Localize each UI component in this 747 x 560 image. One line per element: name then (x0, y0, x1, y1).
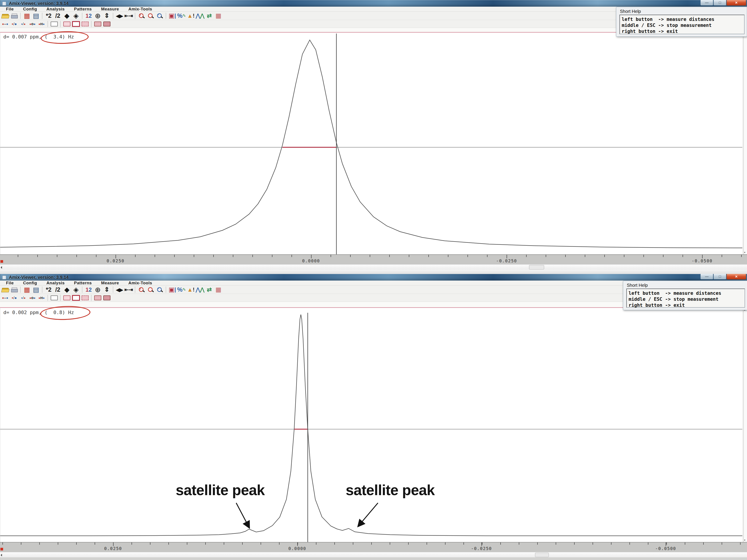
split-region-icon[interactable] (81, 294, 89, 301)
minimize-button[interactable]: — (700, 0, 713, 5)
maximize-button[interactable]: □ (714, 274, 726, 279)
compare-spectra-icon[interactable]: ⇄ (205, 286, 213, 293)
peak-picking-icon[interactable]: ⋀⋀ (196, 12, 204, 19)
zoom-in-icon[interactable]: + (137, 286, 146, 293)
spectra-overview-icon[interactable]: ▦ (23, 286, 31, 293)
short-help-window-2[interactable]: Short Help left button -> measure distan… (623, 281, 747, 310)
zoom-out-icon[interactable]: − (156, 12, 164, 19)
expand-region-icon[interactable] (63, 21, 71, 28)
integral-icon[interactable]: ▲! (187, 12, 195, 19)
expand-vertical-icon[interactable]: ◆ (63, 12, 71, 19)
horizontal-scrollbar[interactable] (0, 264, 747, 270)
zoom-out-icon[interactable]: − (156, 286, 164, 293)
scale-12-icon[interactable]: 12 (84, 12, 93, 19)
divide-2-button[interactable]: /2 (54, 12, 62, 19)
integral-icon[interactable]: ▲! (187, 286, 195, 293)
spectra-overview-icon[interactable]: ▦ (23, 12, 31, 19)
scale-12-icon[interactable]: 12 (84, 286, 93, 293)
divide-2-button[interactable]: /2 (54, 286, 62, 293)
prev-next-icon[interactable]: ◀▶ (115, 12, 124, 19)
fit-vertical-icon[interactable]: ◈ (72, 286, 80, 293)
expand-vertical-icon[interactable]: ◆ (63, 286, 71, 293)
titlebar[interactable]: Amix-Viewer, version: 3.9.14 — □ × (0, 0, 747, 7)
structure-assign-icon[interactable]: ●/● (19, 21, 28, 28)
titlebar[interactable]: Amix-Viewer, version: 3.9.14 — □ × (0, 274, 747, 281)
zoom-region-red-icon[interactable] (72, 294, 80, 301)
multiply-2-button[interactable]: *2 (45, 12, 53, 19)
vertical-scrollbar[interactable]: ▴ ▾ (743, 308, 747, 542)
menu-amix-tools[interactable]: Amix-Tools (124, 7, 157, 11)
fit-vertical-icon[interactable]: ◈ (72, 12, 80, 19)
scrollbar-thumb[interactable] (529, 265, 544, 269)
data-table-icon[interactable]: ▤ (32, 12, 40, 19)
report-grid-icon[interactable]: ▦ (214, 12, 223, 19)
molecule-bond-icon[interactable]: ●/● (10, 294, 19, 301)
horizontal-scrollbar[interactable] (0, 552, 747, 558)
open-file-icon[interactable] (1, 286, 9, 293)
scroll-left-icon[interactable] (1, 266, 2, 269)
spectrum-plot-1[interactable]: d= 0.007 ppm, ( 3.4) Hz (0, 32, 742, 255)
close-button[interactable]: × (726, 274, 746, 279)
first-last-icon[interactable]: ⇤⇥ (124, 12, 133, 19)
atoms-h-icon[interactable]: ●H● (37, 21, 46, 28)
fit-height-icon[interactable]: ⇕ (103, 12, 111, 19)
pan-icon[interactable]: ⊕ (94, 12, 102, 19)
menu-config[interactable]: Config (19, 7, 42, 11)
zoom-region-icon[interactable] (147, 286, 155, 293)
expand-region-icon[interactable] (63, 294, 71, 301)
menu-amix-tools[interactable]: Amix-Tools (124, 281, 157, 286)
region-box-icon[interactable] (50, 21, 58, 28)
scroll-left-icon[interactable] (1, 554, 2, 556)
close-button[interactable]: × (726, 0, 746, 5)
menu-measure[interactable]: Measure (97, 281, 124, 286)
menu-measure[interactable]: Measure (97, 7, 124, 11)
menu-patterns[interactable]: Patterns (69, 7, 97, 11)
minimize-button[interactable]: — (700, 274, 713, 279)
distance-atoms-icon[interactable]: ●–● (1, 294, 9, 301)
overlay-spectra-icon[interactable]: ▣| (168, 12, 177, 19)
compare-spectra-icon[interactable]: ⇄ (205, 12, 213, 19)
atoms-h-icon[interactable]: ●H● (37, 294, 46, 301)
short-help-window-1[interactable]: Short Help left button -> measure distan… (616, 7, 747, 37)
structure-assign-icon[interactable]: ●/● (19, 294, 28, 301)
copy-region-icon[interactable] (94, 21, 102, 28)
region-box-icon[interactable] (50, 294, 58, 301)
menu-analysis[interactable]: Analysis (42, 7, 69, 11)
menu-file[interactable]: File (1, 281, 19, 286)
distance-atoms-icon[interactable]: ●–● (1, 21, 9, 28)
zoom-region-icon[interactable] (147, 12, 155, 19)
menu-config[interactable]: Config (19, 281, 42, 286)
report-grid-icon[interactable]: ▦ (214, 286, 223, 293)
molecule-bond-icon[interactable]: ●/● (10, 21, 19, 28)
open-file-icon[interactable] (1, 12, 9, 19)
atoms-o-icon[interactable]: ●o● (28, 294, 37, 301)
vertical-scrollbar[interactable]: ▴ ▾ (743, 33, 747, 254)
paste-region-icon[interactable] (103, 21, 111, 28)
scrollbar-thumb[interactable] (535, 553, 549, 557)
data-table-icon[interactable]: ▤ (32, 286, 40, 293)
peak-picking-icon[interactable]: ⋀⋀ (196, 286, 204, 293)
maximize-button[interactable]: □ (714, 0, 726, 5)
pan-icon[interactable]: ⊕ (94, 286, 102, 293)
menu-analysis[interactable]: Analysis (42, 281, 69, 286)
copy-region-icon[interactable] (94, 294, 102, 301)
print-icon[interactable] (10, 286, 19, 293)
zoom-in-icon[interactable]: + (137, 12, 146, 19)
calibrate-ppm-icon[interactable]: %✎ (177, 286, 186, 293)
overlay-spectra-icon[interactable]: ▣| (168, 286, 177, 293)
print-icon[interactable] (10, 12, 19, 19)
prev-next-icon[interactable]: ◀▶ (115, 286, 124, 293)
multiply-2-button[interactable]: *2 (45, 286, 53, 293)
split-region-icon[interactable] (81, 21, 89, 28)
fit-height-icon[interactable]: ⇕ (103, 286, 111, 293)
calibrate-ppm-icon[interactable]: %✎ (177, 12, 186, 19)
paste-region-icon[interactable] (103, 294, 111, 301)
spectrum-plot-2[interactable]: d= 0.002 ppm, ( 0.8) Hz satellite peak s… (0, 307, 742, 543)
atoms-o-icon[interactable]: ●o● (28, 21, 37, 28)
first-last-icon[interactable]: ⇤⇥ (124, 286, 133, 293)
menu-patterns[interactable]: Patterns (69, 281, 97, 286)
scroll-down-icon[interactable]: ▾ (744, 539, 745, 541)
menu-file[interactable]: File (1, 7, 19, 11)
zoom-region-red-icon[interactable] (72, 21, 80, 28)
scroll-down-icon[interactable]: ▾ (744, 251, 745, 254)
